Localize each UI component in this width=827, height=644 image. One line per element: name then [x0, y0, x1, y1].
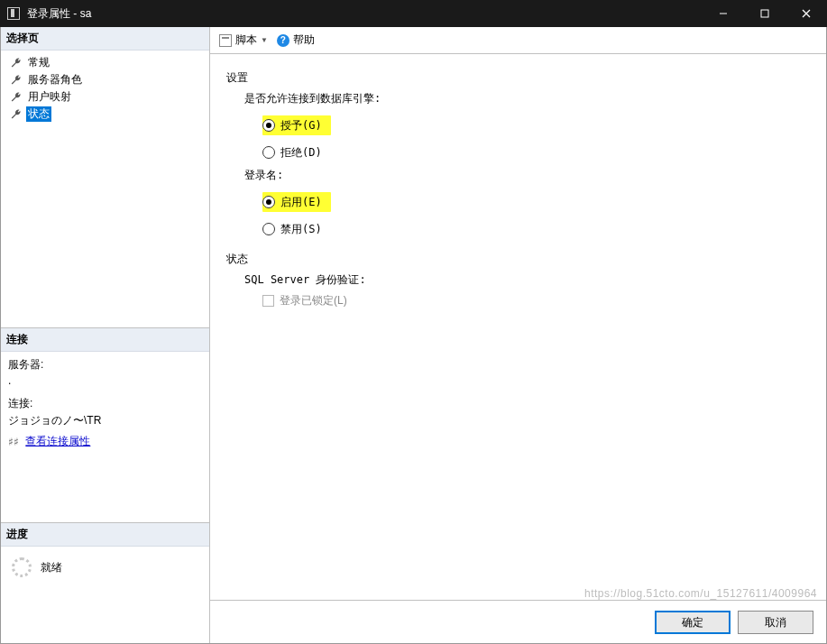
radio-enable[interactable]: 启用(E)	[262, 192, 331, 212]
radio-icon	[262, 196, 275, 208]
server-value: .	[8, 374, 202, 387]
minimize-button[interactable]	[703, 0, 744, 27]
dialog-button-bar: 确定 取消	[210, 600, 826, 643]
radio-grant[interactable]: 授予(G)	[262, 115, 331, 135]
maximize-button[interactable]	[744, 0, 786, 27]
settings-section: 设置 是否允许连接到数据库引擎: 授予(G) 拒绝(D) 登录名:	[226, 70, 810, 239]
view-connection-row: ♯♯ 查看连接属性	[8, 434, 202, 449]
radio-icon	[262, 146, 275, 159]
progress-header: 进度	[1, 523, 209, 547]
script-icon	[219, 34, 232, 47]
nav-label: 状态	[26, 106, 51, 122]
nav-item-general[interactable]: 常规	[1, 54, 209, 71]
checkbox-label: 登录已锁定(L)	[280, 293, 347, 308]
progress-status: 就绪	[41, 560, 62, 575]
nav-label: 服务器角色	[26, 72, 84, 87]
radio-label: 授予(G)	[280, 118, 322, 133]
select-page-header: 选择页	[1, 27, 209, 51]
cancel-button[interactable]: 取消	[738, 611, 813, 634]
content-area: 设置 是否允许连接到数据库引擎: 授予(G) 拒绝(D) 登录名:	[210, 54, 826, 600]
nav-item-server-roles[interactable]: 服务器角色	[1, 71, 209, 88]
radio-label: 禁用(S)	[280, 222, 322, 237]
page-nav-list: 常规 服务器角色 用户映射 状态	[1, 51, 209, 328]
spacer	[8, 389, 202, 394]
radio-label: 启用(E)	[280, 195, 322, 210]
connection-label: 连接:	[8, 396, 202, 411]
wrench-icon	[10, 91, 23, 104]
login-radio-group: 启用(E) 禁用(S)	[262, 189, 810, 239]
svg-rect-1	[761, 10, 768, 17]
progress-panel: 就绪	[1, 547, 209, 643]
sql-auth-label: SQL Server 身份验证:	[244, 272, 810, 288]
connection-header: 连接	[1, 328, 209, 352]
help-icon: ?	[277, 34, 289, 47]
radio-disable[interactable]: 禁用(S)	[262, 219, 810, 239]
nav-label: 用户映射	[26, 89, 73, 105]
script-button[interactable]: 脚本	[235, 32, 257, 48]
permission-radio-group: 授予(G) 拒绝(D)	[262, 112, 810, 162]
radio-deny[interactable]: 拒绝(D)	[262, 143, 810, 162]
server-label: 服务器:	[8, 357, 202, 373]
wrench-icon	[10, 74, 23, 87]
app-icon	[7, 7, 20, 20]
right-panel: 脚本 ▼ ? 帮助 设置 是否允许连接到数据库引擎: 授予(G) 拒绝(D)	[210, 27, 826, 643]
connection-panel: 服务器: . 连接: ジョジョのノ〜\TR ♯♯ 查看连接属性	[1, 352, 209, 523]
ok-button[interactable]: 确定	[655, 611, 731, 634]
nav-item-status[interactable]: 状态	[1, 106, 209, 123]
progress-spinner-icon	[12, 557, 32, 577]
nav-label: 常规	[26, 55, 51, 70]
help-button[interactable]: 帮助	[293, 32, 315, 48]
view-connection-properties-link[interactable]: 查看连接属性	[25, 435, 90, 447]
radio-label: 拒绝(D)	[280, 145, 322, 161]
login-label: 登录名:	[244, 168, 810, 183]
status-section: 状态 SQL Server 身份验证: 登录已锁定(L)	[226, 252, 810, 308]
radio-icon	[262, 119, 275, 132]
wrench-icon	[10, 108, 23, 121]
radio-icon	[262, 223, 275, 235]
client-area: 选择页 常规 服务器角色 用户映射 状态 连接 服务器: .	[0, 27, 827, 644]
link-icon: ♯♯	[8, 436, 23, 448]
permission-label: 是否允许连接到数据库引擎:	[244, 91, 810, 106]
title-bar: 登录属性 - sa	[0, 0, 827, 27]
right-toolbar: 脚本 ▼ ? 帮助	[210, 27, 826, 54]
window-buttons	[703, 0, 827, 27]
wrench-icon	[10, 57, 23, 69]
nav-item-user-mapping[interactable]: 用户映射	[1, 88, 209, 106]
left-panel: 选择页 常规 服务器角色 用户映射 状态 连接 服务器: .	[1, 27, 210, 643]
status-header: 状态	[226, 252, 810, 267]
window-title: 登录属性 - sa	[27, 6, 703, 22]
login-locked-checkbox: 登录已锁定(L)	[262, 293, 810, 308]
checkbox-icon	[262, 295, 274, 307]
close-button[interactable]	[786, 0, 827, 27]
settings-header: 设置	[226, 70, 810, 86]
script-dropdown-icon[interactable]: ▼	[261, 36, 268, 44]
connection-value: ジョジョのノ〜\TR	[8, 413, 202, 428]
